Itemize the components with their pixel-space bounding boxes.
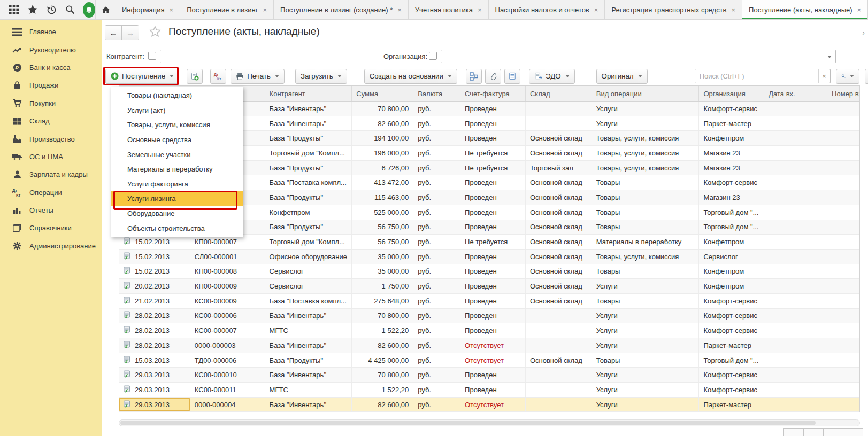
cell-warehouse[interactable]: Основной склад [526, 279, 592, 293]
tab-5[interactable]: Настройки налогов и отчетов× [489, 0, 605, 19]
table-row[interactable]: 29.03.2013КС00-000011МГТС1 522,20руб.Про… [119, 383, 859, 398]
menu-item-9[interactable]: Оборудование [111, 206, 243, 221]
cell-org[interactable]: Торговый дом "... [699, 353, 764, 368]
table-row[interactable]: 15.03.2013ТД00-000006База "Продукты"4 42… [119, 353, 859, 368]
cell-date_in[interactable] [764, 131, 827, 145]
cell-org[interactable]: Паркет-мастер [699, 398, 764, 412]
cell-org[interactable]: Конфетпром [699, 131, 764, 145]
cell-amount[interactable]: 82 600,00 [352, 116, 413, 131]
column-header-6[interactable]: Счет-фактура [460, 86, 526, 101]
cell-counterparty[interactable]: База "Продукты" [265, 220, 352, 235]
organization-filter-checkbox[interactable] [429, 52, 437, 60]
cell-counterparty[interactable]: МГТС [265, 323, 352, 338]
cell-warehouse[interactable]: Основной склад [526, 220, 592, 235]
cell-operation[interactable]: Товары, услуги, комиссия [592, 161, 700, 175]
cell-org[interactable]: Комфорт-сервис [699, 102, 764, 116]
collapse-panel-chevron-icon[interactable]: › [862, 28, 865, 37]
sidebar-item-3[interactable]: PБанк и касса [0, 59, 102, 76]
counterparty-filter-input[interactable] [160, 50, 475, 63]
cell-currency[interactable]: руб. [413, 235, 460, 249]
cell-invoice[interactable]: Проведен [460, 250, 526, 264]
cell-counterparty[interactable]: Сервислог [265, 279, 352, 293]
show-postings-dtkt-button[interactable]: ДтКт [210, 69, 226, 84]
cell-number_in[interactable] [827, 190, 859, 205]
cell-invoice[interactable]: Не требуется [460, 161, 526, 175]
cell-amount[interactable]: 82 600,00 [352, 398, 413, 412]
cell-number[interactable]: КС00-000011 [190, 383, 265, 397]
cell-operation[interactable]: Услуги [592, 323, 700, 338]
cell-currency[interactable]: руб. [413, 279, 460, 293]
tab-3[interactable]: Поступление в лизинг (создание) *× [274, 0, 409, 19]
search-icon[interactable] [65, 3, 75, 16]
cell-date_in[interactable] [764, 294, 827, 308]
cell-operation[interactable]: Услуги [592, 368, 700, 382]
cell-number_in[interactable] [827, 235, 859, 249]
tab-6[interactable]: Регистрация транспортных средств× [605, 0, 742, 19]
table-nav-button[interactable] [843, 428, 863, 436]
cell-date_in[interactable] [764, 383, 827, 397]
cell-operation[interactable]: Услуги [592, 383, 700, 397]
cell-currency[interactable]: руб. [413, 205, 460, 220]
cell-warehouse[interactable]: Основной склад [526, 175, 592, 190]
cell-invoice[interactable]: Проведен [460, 220, 526, 235]
cell-number_in[interactable] [827, 250, 859, 264]
sidebar-item-1[interactable]: Главное [0, 23, 102, 41]
table-row[interactable]: 15.02.2013КП00-000008Сервислог35 000,00р… [119, 264, 859, 279]
cell-date[interactable]: 28.02.2013 [119, 323, 190, 338]
edo-button[interactable]: ЭДО [529, 69, 575, 84]
cell-org[interactable]: Конфетпром [699, 279, 764, 293]
sidebar-item-7[interactable]: Производство [0, 130, 102, 147]
cell-currency[interactable]: руб. [413, 220, 460, 235]
cell-org[interactable]: Магазин 23 [699, 161, 764, 175]
chevron-down-icon[interactable] [827, 56, 832, 58]
menu-item-8[interactable]: Услуги лизинга [111, 191, 243, 206]
cell-invoice[interactable]: Проведен [460, 264, 526, 279]
column-header-9[interactable]: Организация [699, 86, 764, 101]
cell-number[interactable]: 0000-000004 [190, 398, 265, 412]
cell-number_in[interactable] [827, 353, 859, 368]
cell-currency[interactable]: руб. [413, 338, 460, 353]
cell-warehouse[interactable]: Основной склад [526, 264, 592, 279]
table-row[interactable]: 20.02.2013КП00-000009Сервислог1 750,00ру… [119, 279, 859, 294]
tab-2[interactable]: Поступление в лизинг× [180, 0, 274, 19]
sidebar-item-11[interactable]: Отчеты [0, 201, 102, 219]
cell-invoice[interactable]: Проведен [460, 368, 526, 382]
cell-amount[interactable]: 525 000,00 [352, 205, 413, 220]
cell-counterparty[interactable]: База "Продукты" [265, 190, 352, 205]
cell-date_in[interactable] [764, 161, 827, 175]
cell-number_in[interactable] [827, 398, 859, 412]
cell-number_in[interactable] [827, 264, 859, 279]
cell-currency[interactable]: руб. [413, 368, 460, 382]
cell-number[interactable]: КС00-000007 [190, 323, 265, 338]
table-row[interactable]: 28.02.2013КС00-000007МГТС1 522,20руб.Про… [119, 323, 859, 338]
cell-warehouse[interactable] [526, 383, 592, 397]
cell-date_in[interactable] [764, 190, 827, 205]
cell-operation[interactable]: Товары, услуги, комиссия [592, 250, 700, 264]
forward-button[interactable]: → [122, 26, 139, 40]
cell-amount[interactable]: 196 000,00 [352, 146, 413, 160]
sidebar-item-4[interactable]: Продажи [0, 76, 102, 94]
menu-item-7[interactable]: Услуги факторинга [111, 177, 243, 192]
cell-counterparty[interactable]: База "Продукты" [265, 161, 352, 175]
cell-date_in[interactable] [764, 398, 827, 412]
cell-date[interactable]: 28.02.2013 [119, 338, 190, 353]
cell-counterparty[interactable]: Офисное оборудование [265, 250, 352, 264]
sidebar-item-2[interactable]: Руководителю [0, 41, 102, 58]
cell-amount[interactable]: 413 472,00 [352, 175, 413, 190]
attachments-button[interactable] [485, 69, 501, 84]
cell-number_in[interactable] [827, 294, 859, 308]
cell-date[interactable]: 29.03.2013 [119, 383, 190, 397]
cell-operation[interactable]: Услуги [592, 309, 700, 323]
cell-warehouse[interactable] [526, 323, 592, 338]
cell-date_in[interactable] [764, 368, 827, 382]
cell-date[interactable]: 20.02.2013 [119, 279, 190, 293]
cell-number[interactable]: КП00-000008 [190, 264, 265, 279]
table-nav-button[interactable] [803, 428, 824, 436]
cell-org[interactable]: Магазин 23 [699, 190, 764, 205]
menu-item-2[interactable]: Услуги (акт) [111, 103, 243, 118]
cell-counterparty[interactable]: Конфетпром [265, 205, 352, 220]
cell-number_in[interactable] [827, 102, 859, 116]
more-button[interactable]: Еще [865, 69, 868, 84]
cell-operation[interactable]: Товары [592, 353, 700, 368]
cell-date_in[interactable] [764, 220, 827, 235]
